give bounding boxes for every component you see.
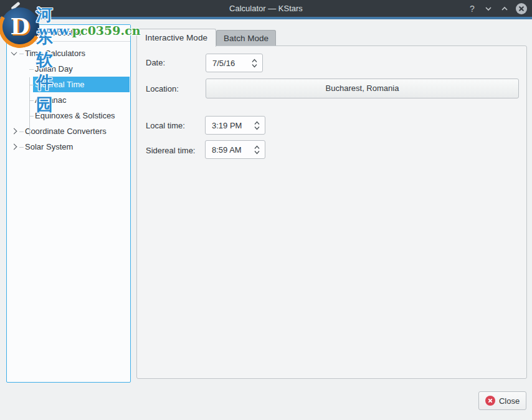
sidebar-item-label: Time Calculators [25,45,85,61]
tree-branch-line [29,85,34,85]
location-button[interactable]: Bucharest, Romania [206,79,519,98]
tree-branch-line [19,54,24,54]
tree-branch-line [29,69,34,70]
chevron-down-icon[interactable] [11,49,17,55]
spinner-arrows-icon[interactable] [254,145,265,155]
calculator-modules-panel: Calculator modules Time Calculators Juli… [6,24,131,383]
spinner-arrows-icon[interactable] [251,59,262,68]
close-x-icon [485,396,495,406]
sidereal-time-spinbox[interactable]: 8:59 AM [205,140,265,159]
sidebar-item-label: Sidereal Time [35,77,84,92]
window-close-icon[interactable] [516,3,527,14]
window-title: Calculator — KStars [0,0,532,17]
chevron-down-icon[interactable] [483,4,493,14]
interactive-mode-panel: Date: 7/5/16 Location: Bucharest, Romani… [136,45,527,379]
tree-branch-line [29,77,30,136]
sidebar-item-coordinate-converters[interactable]: Coordinate Converters [7,123,130,139]
local-time-label: Local time: [146,121,185,130]
sidebar-item-label: Solar System [25,139,73,155]
help-icon[interactable]: ? [467,4,477,14]
sidebar-item-sidereal-time[interactable]: Sidereal Time [33,77,130,92]
sidebar-item-label: Almanac [35,92,67,108]
sidebar-item-time-calculators[interactable]: Time Calculators [7,45,130,61]
tree-branch-line [29,116,34,117]
titlebar-accent-line [0,17,532,19]
sidereal-time-label: Sidereal time: [146,146,195,155]
close-button[interactable]: Close [478,391,526,410]
sidebar-item-solar-system[interactable]: Solar System [7,139,130,155]
kstars-app-icon [9,1,24,16]
close-button-label: Close [499,396,520,406]
tab-batch-mode[interactable]: Batch Mode [216,30,276,46]
tree-branch-line [19,147,24,148]
date-spinbox[interactable]: 7/5/16 [206,54,263,72]
date-label: Date: [146,58,165,67]
chevron-right-icon[interactable] [11,144,17,150]
local-time-value[interactable]: 3:19 PM [206,121,254,130]
sidebar-item-label: Equinoxes & Solstices [35,108,115,123]
location-label: Location: [146,84,179,93]
module-tree: Time Calculators Julian Day Sidereal Tim… [7,45,130,155]
chevron-right-icon[interactable] [11,128,17,135]
sidereal-time-value[interactable]: 8:59 AM [206,145,254,155]
tree-header: Calculator modules [7,25,130,42]
date-value[interactable]: 7/5/16 [206,59,251,68]
chevron-up-icon[interactable] [500,4,510,14]
calculator-window: Calculator — KStars ? Calculator modules… [0,0,532,420]
spinner-arrows-icon[interactable] [254,121,265,130]
sidebar-item-julian-day[interactable]: Julian Day [33,61,130,77]
sidebar-item-label: Julian Day [35,61,73,77]
tab-interactive-mode[interactable]: Interactive Mode [136,29,216,47]
tree-branch-line [29,100,34,101]
sidebar-item-equinoxes-solstices[interactable]: Equinoxes & Solstices [33,108,130,123]
sidebar-item-almanac[interactable]: Almanac [33,92,130,108]
title-bar[interactable]: Calculator — KStars ? [0,0,532,17]
sidebar-item-label: Coordinate Converters [25,123,107,139]
local-time-spinbox[interactable]: 3:19 PM [205,116,265,135]
tree-branch-line [19,131,24,132]
